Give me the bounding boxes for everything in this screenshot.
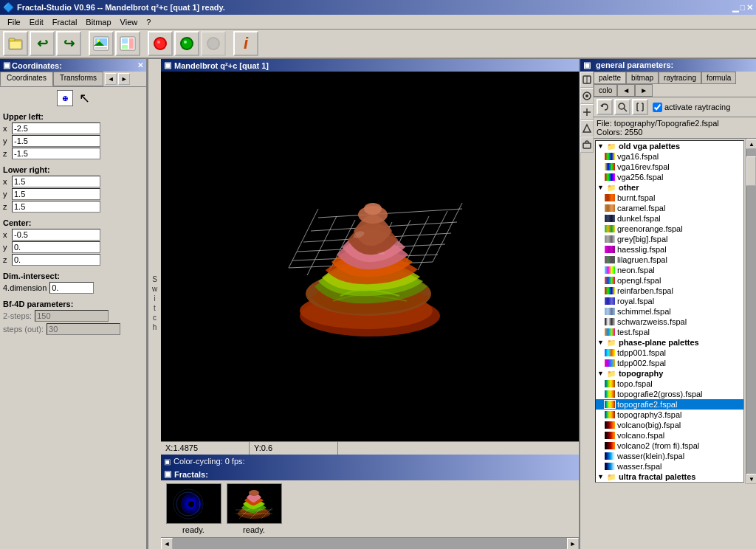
zsteps-input[interactable]	[35, 310, 109, 322]
tab-coordinates[interactable]: Coordinates	[0, 72, 53, 86]
item-greybig[interactable]: grey[big].fspal	[596, 234, 743, 244]
group-topography[interactable]: ▼ 📁 topography	[596, 368, 743, 379]
activate-raytracing-checkbox[interactable]	[653, 103, 662, 112]
center-x-input[interactable]	[12, 229, 100, 241]
item-schimmel[interactable]: schimmel.fspal	[596, 306, 743, 317]
upper-left-x-input[interactable]	[12, 122, 100, 134]
center-y-input[interactable]	[12, 241, 100, 253]
dim4-input[interactable]	[49, 282, 94, 294]
right-tab-raytracing[interactable]: raytracing	[659, 72, 701, 84]
item-tdpp002[interactable]: tdpp002.fspal	[596, 358, 743, 368]
item-vga16rev[interactable]: vga16rev.fspal	[596, 162, 743, 172]
side-btn-1[interactable]	[580, 72, 594, 88]
lower-right-z-input[interactable]	[12, 201, 100, 213]
menu-fractal[interactable]: Fractal	[48, 16, 82, 28]
side-btn-5[interactable]	[580, 137, 594, 153]
toolbar-stop-btn[interactable]	[201, 31, 226, 56]
item-lilagruen[interactable]: lilagruen.fspal	[596, 255, 743, 265]
item-reinfarben[interactable]: reinfarben.fspal	[596, 286, 743, 296]
palette-scrollbar[interactable]: ▲ ▼	[746, 139, 756, 484]
scroll-down-btn[interactable]: ▼	[746, 474, 756, 484]
right-tab-nav-prev[interactable]: ◄	[617, 84, 635, 97]
item-haesslig[interactable]: haesslig.fspal	[596, 244, 743, 255]
side-btn-4[interactable]	[580, 120, 594, 137]
center-z-input[interactable]	[12, 254, 100, 266]
right-toolbar-bracket[interactable]	[632, 99, 648, 115]
item-wasser-klein[interactable]: wasser(klein).fspal	[596, 451, 743, 461]
toolbar-settings-btn[interactable]	[115, 31, 140, 56]
upper-left-y-input[interactable]	[12, 135, 100, 147]
item-topografie2[interactable]: topografie2.fspal	[596, 399, 743, 410]
item-greenorange[interactable]: greenorange.fspal	[596, 224, 743, 234]
item-neon[interactable]: neon.fspal	[596, 265, 743, 275]
item-caramel[interactable]: caramel.fspal	[596, 203, 743, 213]
thumbnail-3d[interactable]: ready.	[224, 483, 284, 534]
scroll-left-btn[interactable]: ◄	[161, 538, 173, 550]
group-other[interactable]: ▼ 📁 other	[596, 182, 743, 193]
item-vga16[interactable]: vga16.fspal	[596, 151, 743, 162]
left-panel-close[interactable]: ✕	[137, 61, 143, 69]
menu-file[interactable]: File	[3, 16, 25, 28]
group-ultra-fractal[interactable]: ▼ 📁 ultra fractal palettes	[596, 472, 743, 482]
maximize-btn[interactable]: □	[740, 3, 745, 12]
toolbar-record-red-btn[interactable]	[148, 31, 173, 56]
item-opengl[interactable]: opengl.fspal	[596, 275, 743, 286]
svg-rect-7	[95, 47, 107, 49]
toolbar-redo-btn[interactable]: ↪	[56, 31, 81, 56]
toolbar-bitmap-btn[interactable]	[89, 31, 114, 56]
palette-tree[interactable]: ▼ 📁 old vga palettes vga16.fspal	[595, 140, 744, 483]
group-old-vga[interactable]: ▼ 📁 old vga palettes	[596, 141, 743, 151]
item-topografie2gross[interactable]: topografie2(gross).fspal	[596, 389, 743, 399]
item-topography3[interactable]: topography3.fspal	[596, 410, 743, 420]
center-right-container: Switch ▣ Mandelbrot q²+c [quat 1]	[148, 59, 756, 549]
right-tab-formula[interactable]: formula	[701, 72, 736, 84]
lower-right-x-input[interactable]	[12, 176, 100, 187]
upper-left-z-input[interactable]	[12, 148, 100, 159]
right-toolbar-undo[interactable]	[597, 99, 613, 115]
switch-panel[interactable]: Switch	[148, 59, 161, 549]
scroll-track[interactable]	[173, 538, 567, 550]
menu-bitmap[interactable]: Bitmap	[81, 16, 115, 28]
lower-right-y-input[interactable]	[12, 188, 100, 200]
group-phase-plane[interactable]: ▼ 📁 phase-plane palettes	[596, 337, 743, 348]
scroll-right-btn[interactable]: ►	[567, 538, 579, 550]
item-volcanobig[interactable]: volcano(big).fspal	[596, 420, 743, 430]
item-volcano2[interactable]: volcano2 (from fi).fspal	[596, 441, 743, 451]
item-wasser[interactable]: wasser.fspal	[596, 461, 743, 472]
nav-next-btn[interactable]: ►	[118, 73, 130, 85]
item-schwarzweiss[interactable]: schwarzweiss.fspal	[596, 317, 743, 327]
item-burnt[interactable]: burnt.fspal	[596, 193, 743, 203]
item-royal[interactable]: royal.fspal	[596, 296, 743, 306]
svg-point-14	[157, 41, 160, 44]
right-tab-colo[interactable]: colo	[594, 84, 617, 97]
steps-out-input[interactable]	[47, 323, 120, 335]
close-btn[interactable]: ✕	[746, 3, 753, 13]
scroll-thumb[interactable]	[746, 156, 756, 186]
toolbar-record-green-btn[interactable]	[174, 31, 199, 56]
scroll-up-btn[interactable]: ▲	[746, 139, 756, 149]
tab-transforms[interactable]: Transforms	[53, 72, 103, 86]
item-test[interactable]: test.fspal	[596, 327, 743, 337]
toolbar-undo-btn[interactable]: ↩	[30, 31, 55, 56]
menu-view[interactable]: View	[116, 16, 142, 28]
item-vga256[interactable]: vga256.fspal	[596, 172, 743, 182]
item-dunkel[interactable]: dunkel.fspal	[596, 213, 743, 224]
toolbar-open-btn[interactable]	[3, 31, 28, 56]
item-topo[interactable]: topo.fspal	[596, 379, 743, 389]
fractal-canvas[interactable]	[161, 72, 579, 441]
thumbnail-mandelbrot[interactable]: ready.	[164, 483, 223, 534]
scroll-track-vertical[interactable]	[746, 149, 756, 474]
item-tdpp001[interactable]: tdpp001.fspal	[596, 348, 743, 358]
menu-edit[interactable]: Edit	[25, 16, 48, 28]
menu-help[interactable]: ?	[142, 16, 155, 28]
toolbar-info-btn[interactable]: i	[233, 31, 258, 56]
right-tab-palette[interactable]: palette	[594, 72, 626, 84]
right-tab-nav-next[interactable]: ►	[635, 84, 653, 97]
right-tab-bitmap[interactable]: bitmap	[626, 72, 659, 84]
nav-prev-btn[interactable]: ◄	[105, 73, 117, 85]
minimize-btn[interactable]: ▁	[732, 3, 738, 13]
side-btn-2[interactable]	[580, 88, 594, 104]
right-toolbar-search[interactable]	[614, 99, 630, 115]
side-btn-3[interactable]	[580, 104, 594, 120]
item-volcano[interactable]: volcano.fspal	[596, 430, 743, 441]
